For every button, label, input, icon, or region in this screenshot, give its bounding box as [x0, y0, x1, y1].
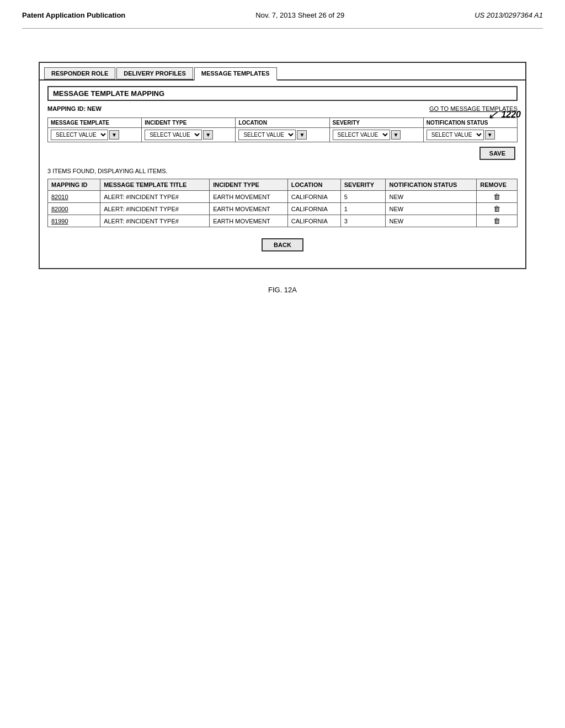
mapping-id-cell[interactable]: 82010 — [48, 191, 100, 203]
save-btn-row: SAVE — [47, 147, 518, 160]
back-btn-row: BACK — [47, 238, 518, 251]
col-header-notification-status: NOTIFICATION STATUS — [386, 179, 477, 191]
form-header-incident: INCIDENT TYPE — [142, 118, 236, 128]
template-title-cell: ALERT: #INCIDENT TYPE# — [100, 203, 210, 215]
arrow-icon: ↙ — [488, 108, 498, 122]
notification-status-cell: NEW — [386, 191, 477, 203]
incident-dropdown-arrow[interactable]: ▼ — [203, 130, 213, 140]
section-title: MESSAGE TEMPLATE MAPPING — [47, 86, 518, 101]
notification-select[interactable]: SELECT VALUE — [427, 130, 484, 140]
template-title-cell: ALERT: #INCIDENT TYPE# — [100, 191, 210, 203]
template-title-cell: ALERT: #INCIDENT TYPE# — [100, 215, 210, 227]
incident-type-cell: EARTH MOVEMENT — [210, 203, 288, 215]
header-divider — [22, 28, 543, 29]
patent-header: Patent Application Publication Nov. 7, 2… — [22, 11, 543, 23]
mapping-id-label: MAPPING ID: NEW — [47, 105, 102, 112]
remove-cell[interactable]: 🗑 — [477, 203, 518, 215]
tab-delivery-profiles[interactable]: DELIVERY PROFILES — [116, 67, 193, 79]
col-header-incident-type: INCIDENT TYPE — [210, 179, 288, 191]
remove-cell[interactable]: 🗑 — [477, 215, 518, 227]
save-button[interactable]: SAVE — [479, 147, 515, 160]
form-cell-severity: SELECT VALUE ▼ — [329, 128, 423, 142]
col-header-severity: SEVERITY — [340, 179, 386, 191]
incident-select[interactable]: SELECT VALUE — [145, 130, 202, 140]
form-cell-location: SELECT VALUE ▼ — [236, 128, 329, 142]
remove-cell[interactable]: 🗑 — [477, 191, 518, 203]
form-header-template: MESSAGE TEMPLATE — [48, 118, 142, 128]
table-row: 81990ALERT: #INCIDENT TYPE#EARTH MOVEMEN… — [48, 215, 518, 227]
tab-message-templates[interactable]: MESSAGE TEMPLATES — [194, 67, 277, 81]
patent-header-center: Nov. 7, 2013 Sheet 26 of 29 — [255, 11, 344, 19]
form-header-severity: SEVERITY — [329, 118, 423, 128]
location-dropdown-arrow[interactable]: ▼ — [297, 130, 307, 140]
severity-cell: 5 — [340, 191, 386, 203]
incident-type-cell: EARTH MOVEMENT — [210, 191, 288, 203]
back-button[interactable]: BACK — [262, 238, 303, 251]
patent-header-right: US 2013/0297364 A1 — [475, 11, 543, 19]
notification-status-cell: NEW — [386, 215, 477, 227]
severity-cell: 1 — [340, 203, 386, 215]
table-row: 82010ALERT: #INCIDENT TYPE#EARTH MOVEMEN… — [48, 191, 518, 203]
mapping-id-cell[interactable]: 81990 — [48, 215, 100, 227]
items-found-text: 3 ITEMS FOUND, DISPLAYING ALL ITEMS. — [47, 168, 518, 174]
figure-label: FIG. 12A — [22, 286, 543, 294]
severity-dropdown-arrow[interactable]: ▼ — [391, 130, 401, 140]
form-cell-template: SELECT VALUE ▼ — [48, 128, 142, 142]
col-header-template-title: MESSAGE TEMPLATE TITLE — [100, 179, 210, 191]
form-table: MESSAGE TEMPLATE INCIDENT TYPE LOCATION … — [47, 117, 518, 142]
incident-type-cell: EARTH MOVEMENT — [210, 215, 288, 227]
form-cell-notification: SELECT VALUE ▼ — [423, 128, 517, 142]
tab-responder-role[interactable]: RESPONDER ROLE — [44, 67, 115, 79]
tab-bar: RESPONDER ROLE DELIVERY PROFILES MESSAGE… — [40, 63, 525, 81]
annotation-group: ↙ 1220 — [488, 108, 521, 122]
location-cell: CALIFORNIA — [287, 203, 340, 215]
data-table: MAPPING ID MESSAGE TEMPLATE TITLE INCIDE… — [47, 179, 518, 227]
ui-main-box: RESPONDER ROLE DELIVERY PROFILES MESSAGE… — [39, 62, 526, 269]
col-header-remove: REMOVE — [477, 179, 518, 191]
template-select[interactable]: SELECT VALUE — [51, 130, 108, 140]
trash-icon[interactable]: 🗑 — [493, 205, 500, 213]
location-cell: CALIFORNIA — [287, 215, 340, 227]
trash-icon[interactable]: 🗑 — [493, 217, 500, 225]
col-header-location: LOCATION — [287, 179, 340, 191]
notification-dropdown-arrow[interactable]: ▼ — [485, 130, 495, 140]
annotation-label: 1220 — [501, 110, 521, 120]
mapping-id-row: MAPPING ID: NEW GO TO MESSAGE TEMPLATES — [47, 105, 518, 112]
notification-status-cell: NEW — [386, 203, 477, 215]
mapping-id-cell[interactable]: 82000 — [48, 203, 100, 215]
severity-cell: 3 — [340, 215, 386, 227]
col-header-mapping-id: MAPPING ID — [48, 179, 100, 191]
location-cell: CALIFORNIA — [287, 191, 340, 203]
content-area: MESSAGE TEMPLATE MAPPING MAPPING ID: NEW… — [40, 81, 525, 268]
location-select[interactable]: SELECT VALUE — [238, 130, 296, 140]
template-dropdown-arrow[interactable]: ▼ — [109, 130, 119, 140]
form-header-location: LOCATION — [236, 118, 329, 128]
severity-select[interactable]: SELECT VALUE — [333, 130, 390, 140]
form-cell-incident: SELECT VALUE ▼ — [142, 128, 236, 142]
trash-icon[interactable]: 🗑 — [493, 192, 500, 201]
table-row: 82000ALERT: #INCIDENT TYPE#EARTH MOVEMEN… — [48, 203, 518, 215]
patent-header-left: Patent Application Publication — [22, 11, 125, 19]
